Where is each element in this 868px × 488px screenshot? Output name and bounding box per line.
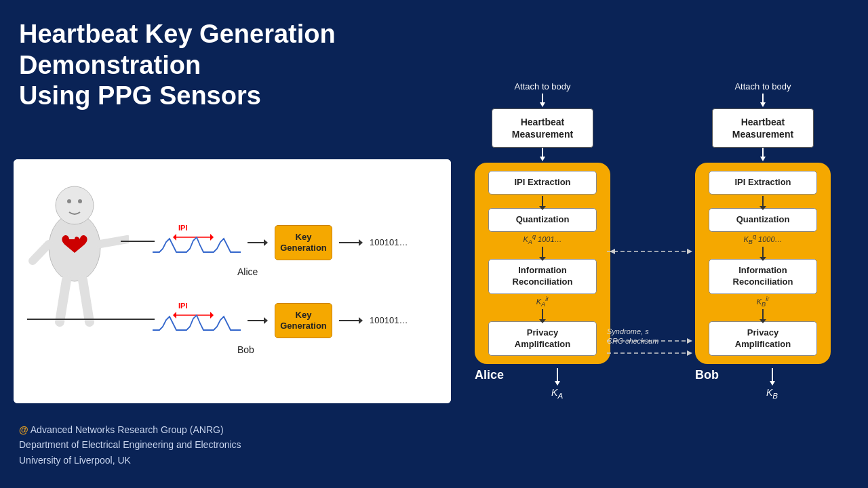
alice-diagram-column: Attach to body HeartbeatMeasurement IPI … (471, 81, 614, 400)
footer-line3: University of Liverpool, UK (19, 453, 241, 468)
alice-orange-container: IPI Extraction Quantization KAq 1001… In… (475, 163, 610, 364)
alice-arrow-3 (542, 309, 543, 320)
alice-step-ir: InformationReconciliation (488, 259, 597, 294)
alice-step-ipi: IPI Extraction (488, 171, 597, 195)
alice-hb-arrow (538, 148, 547, 163)
alice-row: IPI KeyGeneration (153, 224, 408, 261)
alice-attach-label: Attach to body (514, 81, 570, 92)
footer-line1: @ Advanced Networks Research Group (ANRG… (19, 422, 241, 437)
svg-marker-38 (687, 338, 692, 344)
svg-marker-12 (264, 239, 268, 246)
bob-arrow-3 (762, 309, 764, 320)
alice-label: Alice (475, 368, 504, 382)
alice-k-output: KA (551, 387, 563, 400)
svg-marker-14 (359, 239, 363, 246)
alice-bottom-area: Alice KA (475, 368, 610, 400)
svg-line-2 (60, 280, 66, 322)
bob-step-ir: InformationReconciliation (709, 259, 817, 294)
dashed-arrow-ipi (607, 246, 695, 257)
svg-point-6 (67, 199, 71, 203)
bob-kg-box: KeyGeneration (275, 303, 332, 338)
alice-output-label: 100101… (370, 237, 408, 247)
alice-output-wrap: KA (551, 368, 563, 400)
bob-key-q: KBq 1000… (743, 233, 782, 245)
alice-output-arrow-icon (553, 368, 561, 387)
svg-marker-40 (687, 350, 692, 356)
bob-name-label: Bob (237, 344, 254, 355)
bob-output-arrow-icon (768, 368, 776, 387)
alice-step-quant: Quantization (488, 208, 597, 232)
svg-marker-25 (540, 157, 545, 161)
syndrome-label: Syndrome, s (607, 327, 649, 336)
bob-attach-label: Attach to body (734, 81, 791, 92)
bob-label: Bob (695, 368, 719, 382)
svg-line-3 (83, 280, 90, 322)
illustration-inner: IPI KeyGeneration (14, 159, 451, 403)
dashed-arrow-ir2 (607, 348, 695, 359)
bob-row: IPI KeyGeneration 100101… (153, 302, 408, 339)
svg-marker-35 (687, 249, 692, 254)
svg-marker-36 (610, 249, 615, 254)
bob-step-ipi: IPI Extraction (709, 171, 817, 195)
svg-marker-33 (770, 381, 775, 386)
svg-marker-31 (760, 157, 766, 161)
svg-line-5 (33, 244, 49, 261)
svg-marker-27 (555, 381, 560, 386)
alice-key-ir: KAir (536, 296, 549, 308)
svg-marker-19 (264, 317, 268, 324)
bob-diagram-column: Attach to body HeartbeatMeasurement IPI … (692, 81, 834, 400)
footer-text: @ Advanced Networks Research Group (ANRG… (19, 422, 241, 468)
svg-point-1 (56, 186, 94, 224)
bob-heartbeat-box: HeartbeatMeasurement (712, 108, 814, 148)
bob-key-ir: KBir (757, 296, 770, 308)
alice-output-arrow (339, 236, 363, 249)
bob-step-quant: Quantization (709, 208, 817, 232)
bob-orange-container: IPI Extraction Quantization KBq 1000… In… (695, 163, 831, 364)
footer-line2: Department of Electrical Engineering and… (19, 437, 241, 452)
illustration-box: IPI KeyGeneration (14, 159, 451, 403)
bob-output-wrap: KB (766, 368, 778, 400)
bob-hb-arrow (759, 148, 767, 163)
bob-step-pa: PrivacyAmplification (709, 321, 817, 357)
body-line-alice (121, 241, 155, 242)
svg-point-7 (78, 199, 82, 203)
body-line-bob (27, 319, 155, 320)
person-figure (20, 166, 129, 390)
title-area: Heartbeat Key Generation Demonstration U… (19, 19, 453, 112)
svg-marker-21 (359, 317, 363, 324)
svg-marker-23 (540, 102, 545, 107)
bob-k-output: KB (766, 387, 778, 400)
alice-step-pa: PrivacyAmplification (488, 321, 597, 357)
bob-arrow (248, 314, 268, 327)
alice-heartbeat-box: HeartbeatMeasurement (492, 108, 593, 148)
bob-bottom-area: Bob KB (695, 368, 831, 400)
crc-label: CRC checksum (607, 337, 658, 345)
main-title: Heartbeat Key Generation Demonstration U… (19, 19, 453, 112)
at-sign: @ (19, 424, 28, 435)
alice-arrow-2 (542, 247, 543, 258)
alice-attach-arrow (538, 94, 547, 108)
bob-arrow-1 (762, 196, 764, 207)
alice-arrow-1 (542, 196, 543, 207)
alice-kg-box: KeyGeneration (275, 225, 332, 260)
alice-key-q: KAq 1001… (523, 233, 561, 245)
alice-arrow (248, 236, 268, 249)
bob-output-arrow (339, 314, 363, 327)
alice-name-label: Alice (237, 266, 258, 277)
bob-arrow-2 (762, 247, 764, 258)
bob-output-label: 100101… (370, 315, 408, 325)
bob-attach-arrow (759, 94, 767, 108)
svg-marker-29 (760, 102, 766, 107)
